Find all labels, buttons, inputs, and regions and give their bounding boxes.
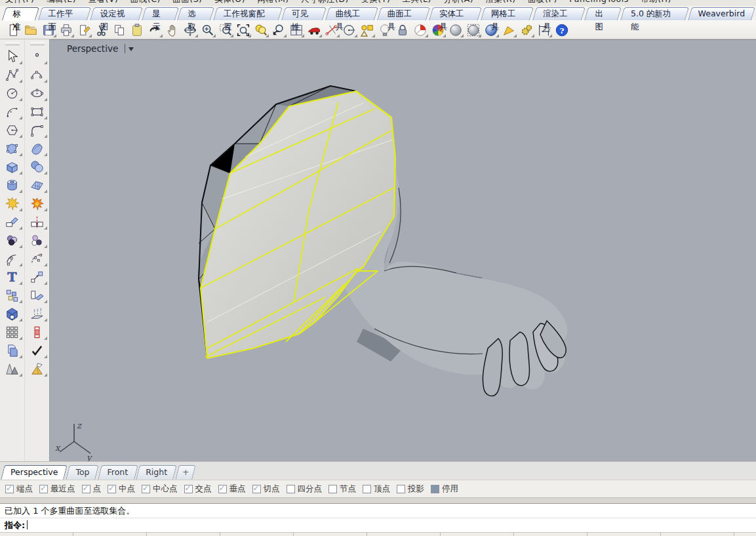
osnap-perpendicular-checkbox[interactable] (218, 485, 227, 493)
zoom-selected-icon[interactable] (252, 22, 269, 39)
osnap-knot[interactable]: 节点 (328, 484, 356, 495)
paste-icon[interactable] (128, 22, 146, 39)
export-notes-icon[interactable] (75, 22, 92, 39)
zoom-extents-icon[interactable] (234, 22, 252, 39)
ellipse-icon[interactable] (26, 84, 48, 102)
mesh-surface-icon[interactable] (26, 176, 48, 194)
help-icon[interactable]: ? (553, 22, 570, 39)
copy-icon[interactable] (110, 22, 128, 39)
tab-viewport-layout[interactable]: 工作视窗配置 (215, 7, 281, 20)
tab-visibility[interactable]: 可见性 (283, 7, 325, 20)
curve-interpolate-icon[interactable] (26, 66, 48, 84)
osnap-project-checkbox[interactable] (397, 485, 405, 493)
pan-hand-icon[interactable] (163, 22, 181, 39)
polyline-icon[interactable] (1, 66, 23, 84)
tab-select[interactable]: 选取 (179, 7, 212, 20)
viewport-tab-front[interactable]: Front (100, 465, 136, 480)
single-point-icon[interactable] (26, 47, 48, 66)
sidebar-grip[interactable] (30, 42, 45, 45)
osnap-perpendicular[interactable]: 垂点 (218, 484, 246, 495)
tab-display[interactable]: 显示 (144, 7, 177, 20)
split-icon[interactable] (26, 213, 48, 231)
viewport-title[interactable]: Perspective (67, 43, 134, 54)
blend-curves-icon[interactable] (1, 231, 23, 249)
solid-box-icon[interactable] (1, 304, 23, 323)
tab-drafting[interactable]: 出图 (586, 7, 620, 20)
osnap-center[interactable]: 中心点 (142, 484, 178, 495)
print-icon[interactable] (57, 22, 75, 39)
tab-cplane[interactable]: 工作平面 (40, 7, 89, 20)
viewport-tab-perspective[interactable]: Perspective (3, 465, 66, 480)
lock-icon[interactable] (393, 22, 411, 39)
osnap-vertex[interactable]: 顶点 (363, 484, 390, 495)
osnap-project[interactable]: 投影 (397, 484, 424, 495)
tab-render-tools[interactable]: 渲染工具 (534, 7, 584, 20)
tab-weaverbird[interactable]: Weaverbird (690, 7, 753, 20)
fillet-curve-icon[interactable] (26, 121, 48, 139)
boolean-circles-icon[interactable] (26, 231, 48, 249)
tab-solid-tools[interactable]: 实体工具 (431, 7, 480, 20)
clamp-red-icon[interactable] (26, 323, 48, 341)
check-objects-icon[interactable] (26, 341, 48, 360)
patch-surface-icon[interactable] (26, 139, 48, 157)
osnap-end-checkbox[interactable] (5, 485, 14, 493)
tab-curve-tools[interactable]: 曲线工具 (327, 7, 376, 20)
circle-center-icon[interactable] (1, 84, 23, 102)
analyze-icon[interactable] (411, 22, 429, 39)
selection-filter-icon[interactable] (358, 22, 376, 39)
osnap-point-checkbox[interactable] (82, 485, 90, 493)
tab-surface-tools[interactable]: 曲面工具 (379, 7, 428, 20)
tab-mesh-tools[interactable]: 网格工具 (483, 7, 532, 20)
explode-icon[interactable] (1, 194, 23, 213)
curve-handlebar-icon[interactable] (1, 249, 23, 268)
copy-layers-icon[interactable] (1, 341, 23, 360)
rectangle-icon[interactable] (26, 102, 48, 121)
cylinder-icon[interactable] (1, 176, 23, 194)
osnap-vertex-checkbox[interactable] (363, 485, 371, 493)
osnap-knot-checkbox[interactable] (328, 485, 337, 493)
osnap-point[interactable]: 点 (82, 484, 102, 495)
tab-standard[interactable]: 标准 (4, 7, 37, 20)
extrude-surface-icon[interactable] (26, 304, 48, 323)
osnap-end[interactable]: 端点 (5, 484, 33, 495)
sidebar-grip[interactable] (5, 42, 20, 45)
osnap-tangent-checkbox[interactable] (252, 485, 261, 493)
zoom-dynamic-icon[interactable] (199, 22, 216, 39)
zoom-previous-icon[interactable] (269, 22, 287, 39)
osnap-intersection[interactable]: 交点 (184, 484, 212, 495)
explode-mesh-icon[interactable] (26, 194, 48, 213)
sphere-icon[interactable] (26, 157, 48, 176)
osnap-tangent[interactable]: 切点 (252, 484, 280, 495)
select-arrow-icon[interactable] (1, 47, 23, 66)
trim-icon[interactable] (1, 213, 23, 231)
tab-set-view[interactable]: 设定视图 (92, 7, 141, 20)
block-icon[interactable] (1, 286, 23, 304)
osnap-disable-checkbox[interactable] (431, 485, 439, 493)
scale-icon[interactable] (26, 268, 48, 286)
viewport-tab-right[interactable]: Right (138, 465, 175, 480)
osnap-near[interactable]: 最近点 (39, 484, 75, 495)
osnap-quadrant-checkbox[interactable] (287, 485, 295, 493)
named-views-icon[interactable] (305, 22, 323, 39)
text-object-icon[interactable]: T (1, 268, 23, 286)
arc-icon[interactable] (1, 102, 23, 121)
surface-corner-points-icon[interactable] (1, 139, 23, 157)
split-plane-icon[interactable] (26, 286, 48, 304)
viewport-tab-top[interactable]: Top (68, 465, 97, 480)
viewport-tab-add[interactable]: + (177, 465, 194, 480)
chevron-down-icon[interactable] (129, 47, 134, 51)
osnap-center-checkbox[interactable] (142, 485, 150, 493)
ghosted-viewport-icon[interactable] (464, 22, 482, 39)
osnap-mid-checkbox[interactable] (108, 485, 116, 493)
pyramid-knife-icon[interactable] (26, 360, 48, 378)
osnap-intersection-checkbox[interactable] (184, 485, 193, 493)
polygon-icon[interactable] (1, 121, 23, 139)
osnap-disable[interactable]: 停用 (431, 484, 458, 495)
osnap-mid[interactable]: 中点 (108, 484, 135, 495)
command-line[interactable]: 指令: (0, 518, 756, 533)
box-icon[interactable] (1, 157, 23, 176)
osnap-near-checkbox[interactable] (39, 485, 48, 493)
perspective-viewport[interactable]: Perspective (50, 39, 756, 461)
cone-pair-icon[interactable] (1, 360, 23, 378)
render-icon[interactable] (500, 22, 517, 39)
